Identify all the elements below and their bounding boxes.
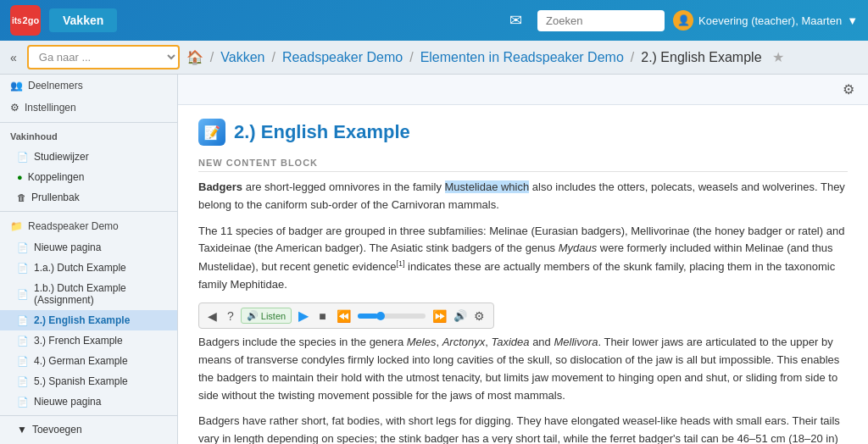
- audio-options-button[interactable]: ⚙: [470, 308, 488, 325]
- p3-arctonyx: Arctonyx: [442, 336, 486, 348]
- vakken-button[interactable]: Vakken: [49, 8, 117, 32]
- sidebar: 👥 Deelnemers ⚙ Instellingen Vakinhoud 📄 …: [0, 75, 178, 444]
- page-title-icon: 📝: [198, 119, 225, 146]
- sidebar-instellingen[interactable]: ⚙ Instellingen: [0, 97, 177, 119]
- dutch-a-label: 1.a.) Dutch Example: [34, 262, 126, 274]
- audio-progress-handle: [376, 312, 385, 320]
- nieuwe-pagina-2-icon: 📄: [17, 397, 29, 408]
- audio-settings-button[interactable]: ?: [224, 308, 237, 325]
- footnote-1: [1]: [396, 259, 404, 268]
- sidebar-item-nieuwe-pagina-1[interactable]: 📄 Nieuwe pagina: [0, 237, 177, 258]
- sidebar-item-studiewijzer[interactable]: 📄 Studiewijzer: [0, 147, 177, 167]
- audio-progress-bar[interactable]: [358, 314, 426, 319]
- collapse-sidebar-button[interactable]: «: [7, 49, 20, 66]
- dutch-b-icon: 📄: [17, 289, 29, 300]
- paragraph-1: Badgers are short-legged omnivores in th…: [198, 179, 848, 214]
- audio-prev-button[interactable]: ◀: [204, 308, 220, 325]
- german-icon: 📄: [17, 356, 29, 367]
- koppelingen-label: Koppelingen: [28, 171, 85, 183]
- goto-select[interactable]: Ga naar ...: [27, 45, 180, 69]
- prullenbak-icon: 🗑: [17, 192, 26, 203]
- breadcrumb-home-icon[interactable]: 🏠: [186, 49, 203, 65]
- audio-volume-icon[interactable]: 🔊: [453, 309, 467, 322]
- sidebar-divider-3: [0, 415, 177, 416]
- listen-speaker-icon: 🔊: [247, 310, 259, 321]
- sidebar-item-koppelingen[interactable]: ● Koppelingen: [0, 167, 177, 187]
- readspeaker-label: Readspeaker Demo: [28, 220, 119, 232]
- breadcrumb-separator-3: /: [409, 50, 413, 65]
- sidebar-item-dutch-example-b[interactable]: 📄 1.b.) Dutch Example (Assignment): [0, 278, 177, 310]
- dutch-b-label: 1.b.) Dutch Example (Assignment): [34, 282, 167, 306]
- app-logo: Vakken its 2go: [10, 5, 41, 36]
- nieuwe-pagina-1-label: Nieuwe pagina: [34, 241, 101, 253]
- content-block-label: NEW CONTENT BLOCK: [198, 158, 848, 172]
- readspeaker-folder-icon: 📁: [10, 220, 23, 232]
- nieuwe-pagina-2-label: Nieuwe pagina: [34, 396, 101, 408]
- english-icon: 📄: [17, 315, 29, 326]
- spanish-label: 5.) Spanish Example: [34, 375, 128, 387]
- badgers-bold: Badgers: [198, 180, 242, 193]
- french-label: 3.) French Example: [34, 335, 123, 347]
- english-label: 2.) English Example: [34, 314, 130, 326]
- instellingen-icon: ⚙: [10, 102, 19, 114]
- sidebar-item-prullenbak[interactable]: 🗑 Prullenbak: [0, 187, 177, 208]
- sidebar-item-german-example[interactable]: 📄 4.) German Example: [0, 351, 177, 371]
- audio-forward-button[interactable]: ⏩: [429, 308, 450, 325]
- page-title: 📝 2.) English Example: [198, 119, 848, 146]
- sidebar-item-toevoegen[interactable]: ▼ Toevoegen: [0, 419, 177, 440]
- sidebar-item-english-example[interactable]: 📄 2.) English Example: [0, 310, 177, 330]
- audio-progress-fill: [358, 314, 378, 319]
- sidebar-item-nieuwe-pagina-2[interactable]: 📄 Nieuwe pagina: [0, 391, 177, 412]
- sidebar-deelnemers[interactable]: 👥 Deelnemers: [0, 75, 177, 97]
- breadcrumb-current: 2.) English Example: [641, 50, 761, 65]
- p1-text-1: are short-legged omnivores in the family: [246, 180, 445, 193]
- main-layout: 👥 Deelnemers ⚙ Instellingen Vakinhoud 📄 …: [0, 75, 868, 444]
- sidebar-item-french-example[interactable]: 📄 3.) French Example: [0, 330, 177, 351]
- mustelidae-highlight: Mustelidae which: [445, 180, 530, 193]
- user-menu[interactable]: 👤 Koevering (teacher), Maarten ▼: [673, 10, 858, 31]
- instellingen-label: Instellingen: [25, 102, 76, 114]
- breadcrumb-vakken[interactable]: Vakken: [220, 50, 264, 65]
- paragraph-4: Badgers have rather short, fat bodies, w…: [198, 413, 848, 444]
- audio-rewind-button[interactable]: ⏪: [333, 308, 354, 325]
- page-settings-icon[interactable]: ⚙: [843, 81, 854, 97]
- audio-toolbar: ◀ ? 🔊 Listen ▶ ■ ⏪ ⏩ 🔊 ⚙: [198, 302, 494, 329]
- top-navigation: Vakken its 2go Vakken ✉ 👤 Koevering (tea…: [0, 0, 868, 41]
- german-label: 4.) German Example: [34, 355, 128, 367]
- studiewijzer-icon: 📄: [17, 152, 29, 163]
- breadcrumb-separator-2: /: [271, 50, 275, 65]
- mail-icon[interactable]: ✉: [509, 11, 522, 30]
- sidebar-item-dutch-example-a[interactable]: 📄 1.a.) Dutch Example: [0, 258, 177, 278]
- breadcrumb-separator-4: /: [631, 50, 634, 65]
- audio-stop-button[interactable]: ■: [315, 308, 329, 325]
- sidebar-item-spanish-example[interactable]: 📄 5.) Spanish Example: [0, 371, 177, 391]
- page-header-bar: ⚙: [178, 75, 868, 105]
- breadcrumb-separator: /: [210, 50, 214, 65]
- breadcrumb-readspeaker[interactable]: Readspeaker Demo: [282, 50, 403, 65]
- listen-label: Listen: [261, 311, 286, 321]
- audio-listen-button[interactable]: 🔊 Listen: [241, 308, 292, 324]
- breadcrumb-favorite-icon[interactable]: ★: [772, 49, 784, 65]
- paragraph-2: The 11 species of badger are grouped in …: [198, 223, 848, 295]
- nieuwe-pagina-1-icon: 📄: [17, 242, 29, 253]
- page-content: 📝 2.) English Example NEW CONTENT BLOCK …: [178, 105, 868, 444]
- dutch-a-icon: 📄: [17, 263, 29, 274]
- sidebar-readspeaker-demo[interactable]: 📁 Readspeaker Demo: [0, 215, 177, 237]
- p3-genera: Meles: [407, 336, 437, 348]
- deelnemers-icon: 👥: [10, 80, 23, 92]
- user-name-label: Koevering (teacher), Maarten: [698, 14, 842, 27]
- french-icon: 📄: [17, 336, 29, 347]
- studiewijzer-label: Studiewijzer: [34, 151, 89, 163]
- breadcrumb-elementen[interactable]: Elementen in Readspeaker Demo: [420, 50, 624, 65]
- search-input[interactable]: [537, 10, 665, 31]
- p3-taxidea: Taxidea: [491, 336, 529, 348]
- powered-by: Powered by its Learning: [0, 440, 177, 444]
- content-area: ⚙ 📝 2.) English Example NEW CONTENT BLOC…: [178, 75, 868, 444]
- vakinhoud-label: Vakinhoud: [10, 131, 58, 142]
- deelnemers-label: Deelnemers: [28, 80, 83, 92]
- audio-play-button[interactable]: ▶: [295, 306, 312, 325]
- toevoegen-label: Toevoegen: [32, 424, 82, 436]
- prullenbak-label: Prullenbak: [31, 191, 80, 203]
- koppelingen-icon: ●: [17, 172, 23, 182]
- page-heading: 2.) English Example: [234, 121, 410, 143]
